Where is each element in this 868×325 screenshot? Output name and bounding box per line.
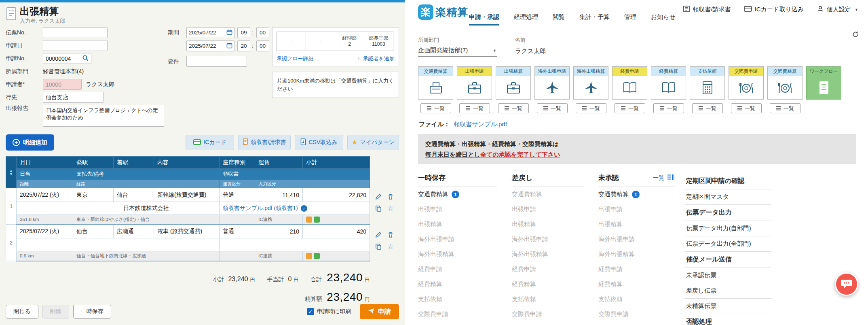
- tile-expense-settlement[interactable]: 経費精算: [651, 66, 686, 100]
- tile-payment-request[interactable]: 支払依頼: [690, 66, 725, 100]
- my-pattern-button[interactable]: ★ マイパターン: [347, 135, 399, 150]
- list-item[interactable]: 交際費精算: [512, 322, 584, 325]
- sidebar-item-rejection[interactable]: 否認処理: [685, 314, 771, 325]
- copy-icon[interactable]: [374, 204, 382, 212]
- receipt-invoice-button[interactable]: 領収書/請求書: [238, 135, 291, 150]
- list-item[interactable]: 経費申請: [598, 262, 675, 277]
- calendar-icon[interactable]: [226, 29, 232, 36]
- delete-icon[interactable]: [386, 193, 395, 201]
- sidebar-item-reminder-mail[interactable]: 催促メール送信: [685, 252, 771, 268]
- list-item[interactable]: 交通費精算: [512, 187, 584, 202]
- favorite-icon[interactable]: ☆: [386, 204, 395, 212]
- view-toggle-icon[interactable]: [667, 174, 675, 182]
- list-item[interactable]: 経費申請: [512, 262, 584, 277]
- applicant-code-input[interactable]: 10000: [43, 79, 82, 90]
- list-item[interactable]: 交通費精算1: [418, 187, 497, 202]
- table-row[interactable]: 2 2025/07/22 (火) 仙台 広瀬通 電車 (旅費交通費) 普通 21…: [6, 225, 370, 238]
- list-item[interactable]: 出張精算: [598, 217, 675, 232]
- submit-button[interactable]: 申請: [360, 304, 399, 319]
- tab-browse[interactable]: 閲覧: [553, 13, 565, 25]
- list-item[interactable]: 海外出張精算: [598, 247, 675, 262]
- tile-list-button[interactable]: 一覧: [692, 103, 723, 113]
- tile-transport-expense[interactable]: 交通費精算: [418, 66, 453, 100]
- list-item[interactable]: 支払依頼: [598, 292, 675, 307]
- period-end-min-input[interactable]: 00: [256, 40, 269, 51]
- ic-card-import-menu[interactable]: ICカード取り込み: [744, 6, 804, 13]
- tile-entertainment-apply[interactable]: 交際費申請: [729, 66, 764, 100]
- list-item[interactable]: 出張申請: [512, 202, 584, 217]
- sidebar-item-slip-export-own[interactable]: 伝票データ出力(自部門): [685, 221, 771, 236]
- tile-overseas-trip-expense[interactable]: 海外出張精算: [573, 66, 608, 100]
- sort-arrows-icon[interactable]: ▲▼: [9, 169, 13, 176]
- apply-date-input[interactable]: [43, 40, 108, 51]
- list-item[interactable]: 出張精算: [418, 217, 497, 232]
- tile-list-button[interactable]: 一覧: [653, 103, 684, 113]
- tile-list-button[interactable]: 一覧: [459, 103, 490, 113]
- list-item[interactable]: 交際費精算: [598, 322, 675, 325]
- tile-list-button[interactable]: 一覧: [731, 103, 762, 113]
- tile-list-button[interactable]: 一覧: [498, 103, 529, 113]
- edit-icon[interactable]: [374, 193, 382, 201]
- list-item[interactable]: 支払依頼: [512, 292, 584, 307]
- sidebar-item-returned-slips[interactable]: 差戻し伝票: [685, 283, 771, 299]
- list-item[interactable]: 経費精算: [512, 277, 584, 292]
- print-on-submit-checkbox[interactable]: ✓: [307, 308, 314, 315]
- period-end-hour-input[interactable]: 20: [237, 40, 250, 51]
- requirement-input[interactable]: [186, 56, 247, 67]
- favorite-icon[interactable]: ☆: [386, 242, 395, 251]
- tile-entertainment-expense[interactable]: 交際費精算: [767, 66, 803, 100]
- sort-column[interactable]: ▲▼: [6, 157, 17, 188]
- tile-list-button[interactable]: 一覧: [420, 103, 451, 113]
- list-item[interactable]: 海外出張精算: [418, 247, 497, 262]
- list-item[interactable]: 交際費申請: [418, 307, 497, 322]
- app-logo[interactable]: 楽 楽精算: [418, 4, 468, 20]
- close-button[interactable]: 閉じる: [6, 305, 38, 319]
- list-item[interactable]: 交際費申請: [512, 307, 584, 322]
- list-item[interactable]: 海外出張申請: [598, 232, 675, 247]
- tile-workflow[interactable]: ワークフロー: [806, 66, 841, 100]
- info-icon[interactable]: i: [301, 205, 307, 212]
- tab-aggregate-budget[interactable]: 集計・予算: [579, 13, 610, 25]
- copy-icon[interactable]: [374, 242, 382, 251]
- search-icon[interactable]: [82, 55, 89, 62]
- approval-flow-detail-link[interactable]: 承認フロー詳細: [277, 55, 314, 62]
- tile-list-button[interactable]: 一覧: [770, 103, 800, 113]
- sidebar-item-commuter-master[interactable]: 定期区間マスタ: [685, 189, 771, 205]
- personal-settings-menu[interactable]: 個人設定 ▼: [817, 5, 858, 14]
- tab-apply-approve[interactable]: 申請・承認: [469, 13, 499, 25]
- delete-icon[interactable]: [386, 231, 395, 239]
- receipt-invoice-menu[interactable]: 領収書/請求書: [683, 5, 731, 14]
- list-item[interactable]: 交通費精算1: [598, 187, 675, 202]
- tab-accounting[interactable]: 経理処理: [514, 13, 538, 25]
- calendar-icon[interactable]: [226, 42, 232, 50]
- list-item[interactable]: 交際費申請: [598, 307, 675, 322]
- file-link[interactable]: 領収書サンプル.pdf: [454, 121, 507, 128]
- delete-button[interactable]: 削除: [42, 305, 69, 319]
- refresh-icon[interactable]: [852, 31, 859, 40]
- list-item[interactable]: 海外出張申請: [512, 232, 584, 247]
- sidebar-item-unapproved-slips[interactable]: 未承認伝票: [685, 268, 771, 283]
- chat-widget-button[interactable]: [835, 272, 858, 296]
- period-start-min-input[interactable]: 00: [256, 27, 269, 38]
- period-start-hour-input[interactable]: 09: [237, 27, 250, 38]
- table-row[interactable]: [6, 238, 370, 251]
- list-item[interactable]: 出張申請: [418, 202, 497, 217]
- list-item[interactable]: 支払依頼: [418, 292, 497, 307]
- sidebar-item-unsettled-slips[interactable]: 未精算伝票: [685, 299, 771, 314]
- tile-list-button[interactable]: 一覧: [615, 103, 645, 113]
- tile-expense-apply[interactable]: 経費申請: [612, 66, 647, 100]
- tab-admin[interactable]: 管理: [624, 13, 636, 25]
- tile-list-button[interactable]: 一覧: [537, 103, 568, 113]
- list-item[interactable]: 海外出張精算: [512, 247, 584, 262]
- tile-overseas-trip-apply[interactable]: 海外出張申請: [534, 66, 570, 100]
- tile-trip-expense[interactable]: 出張精算: [496, 66, 531, 100]
- dept-select[interactable]: 企画開発統括部(7) ▼: [418, 44, 497, 57]
- list-item[interactable]: 交際費精算: [418, 322, 497, 325]
- sidebar-item-slip-export-all[interactable]: 伝票データ出力(全部門): [685, 236, 771, 252]
- list-item[interactable]: 経費申請: [418, 262, 497, 277]
- tile-list-button[interactable]: 一覧: [576, 103, 606, 113]
- sidebar-item-slip-export[interactable]: 伝票データ出力: [685, 205, 771, 221]
- list-item[interactable]: 出張申請: [598, 202, 675, 217]
- table-row[interactable]: 日本鉄道株式会社 領収書サンプル.pdf (領収書1)i: [6, 202, 370, 215]
- csv-import-button[interactable]: CSV取込み: [295, 135, 343, 150]
